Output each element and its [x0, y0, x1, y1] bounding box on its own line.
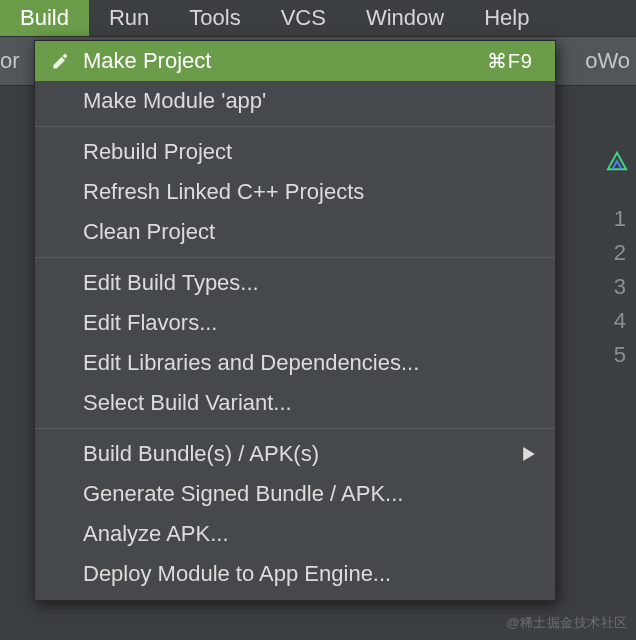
menu-item-icon-empty	[47, 139, 73, 165]
editor-gutter: 12345	[582, 150, 636, 372]
submenu-arrow-icon	[523, 441, 535, 467]
menu-item-icon-empty	[47, 481, 73, 507]
build-menu-dropdown: Make Project⌘F9Make Module 'app'Rebuild …	[34, 40, 556, 601]
hammer-icon	[47, 48, 73, 74]
toolbar-fragment-left: or	[0, 48, 20, 74]
menu-item-label: Analyze APK...	[83, 521, 229, 547]
menu-item-label: Edit Flavors...	[83, 310, 217, 336]
menu-item-make-project[interactable]: Make Project⌘F9	[35, 41, 555, 81]
menu-item-label: Rebuild Project	[83, 139, 232, 165]
menu-item-label: Build Bundle(s) / APK(s)	[83, 441, 319, 467]
menu-item-label: Edit Libraries and Dependencies...	[83, 350, 419, 376]
watermark: @稀土掘金技术社区	[506, 614, 628, 632]
menu-item-label: Refresh Linked C++ Projects	[83, 179, 364, 205]
menu-item-icon-empty	[47, 390, 73, 416]
menu-item-icon-empty	[47, 441, 73, 467]
menu-vcs[interactable]: VCS	[261, 0, 346, 36]
menu-item-edit-flavors[interactable]: Edit Flavors...	[35, 303, 555, 343]
build-triangle-icon	[606, 150, 628, 172]
menu-window[interactable]: Window	[346, 0, 464, 36]
menu-item-clean-project[interactable]: Clean Project	[35, 212, 555, 252]
menu-item-icon-empty	[47, 350, 73, 376]
menu-item-icon-empty	[47, 270, 73, 296]
menu-item-label: Clean Project	[83, 219, 215, 245]
menu-item-icon-empty	[47, 310, 73, 336]
menu-run[interactable]: Run	[89, 0, 169, 36]
menu-item-edit-build-types[interactable]: Edit Build Types...	[35, 263, 555, 303]
menu-item-generate-signed-bundle-apk[interactable]: Generate Signed Bundle / APK...	[35, 474, 555, 514]
menu-item-icon-empty	[47, 219, 73, 245]
menu-separator	[35, 428, 555, 429]
menu-help[interactable]: Help	[464, 0, 549, 36]
menu-item-label: Generate Signed Bundle / APK...	[83, 481, 403, 507]
line-number: 1	[582, 202, 636, 236]
menu-item-icon-empty	[47, 561, 73, 587]
menu-item-deploy-module-to-app-engine[interactable]: Deploy Module to App Engine...	[35, 554, 555, 594]
menu-item-make-module-app[interactable]: Make Module 'app'	[35, 81, 555, 121]
line-number: 5	[582, 338, 636, 372]
menu-item-refresh-linked-c-projects[interactable]: Refresh Linked C++ Projects	[35, 172, 555, 212]
toolbar-fragment-right: oWo	[585, 48, 630, 74]
menu-item-icon-empty	[47, 179, 73, 205]
menu-item-label: Make Project	[83, 48, 211, 74]
menu-item-label: Edit Build Types...	[83, 270, 259, 296]
menubar: BuildRunToolsVCSWindowHelp	[0, 0, 636, 36]
menu-item-rebuild-project[interactable]: Rebuild Project	[35, 132, 555, 172]
menu-item-icon-empty	[47, 88, 73, 114]
line-number: 4	[582, 304, 636, 338]
menu-separator	[35, 126, 555, 127]
menu-item-analyze-apk[interactable]: Analyze APK...	[35, 514, 555, 554]
menu-item-build-bundle-s-apk-s[interactable]: Build Bundle(s) / APK(s)	[35, 434, 555, 474]
menu-item-select-build-variant[interactable]: Select Build Variant...	[35, 383, 555, 423]
menu-build[interactable]: Build	[0, 0, 89, 36]
line-number: 2	[582, 236, 636, 270]
menu-item-shortcut: ⌘F9	[487, 49, 533, 73]
menu-item-edit-libraries-and-dependencies[interactable]: Edit Libraries and Dependencies...	[35, 343, 555, 383]
menu-tools[interactable]: Tools	[169, 0, 260, 36]
menu-item-label: Deploy Module to App Engine...	[83, 561, 391, 587]
line-number: 3	[582, 270, 636, 304]
menu-item-label: Select Build Variant...	[83, 390, 292, 416]
menu-item-label: Make Module 'app'	[83, 88, 266, 114]
menu-separator	[35, 257, 555, 258]
menu-item-icon-empty	[47, 521, 73, 547]
